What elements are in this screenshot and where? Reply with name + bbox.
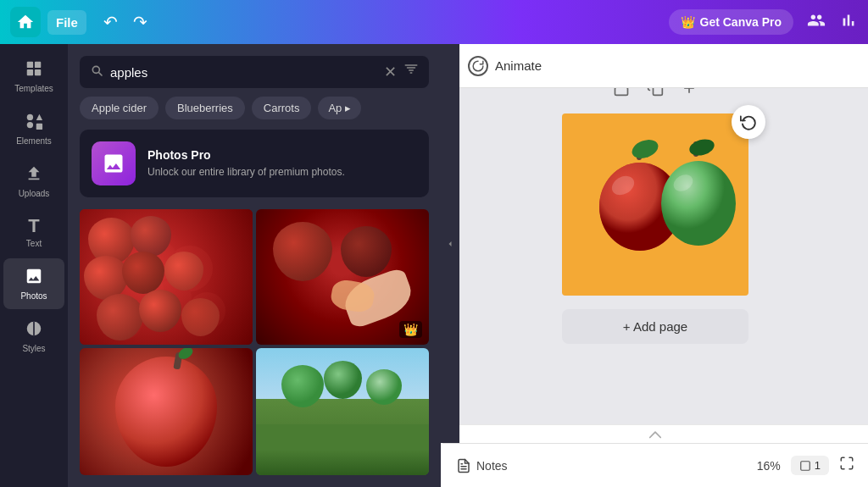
styles-icon: [25, 319, 43, 340]
photos-icon: [25, 267, 43, 288]
tag-carrots[interactable]: Carrots: [252, 97, 312, 119]
photos-pro-title: Photos Pro: [147, 148, 345, 162]
sidebar-item-text-label: Text: [26, 239, 42, 248]
tag-apple-cider[interactable]: Apple cider: [80, 97, 159, 119]
redo-button[interactable]: ↷: [130, 8, 151, 36]
page-indicator: 1: [791, 456, 829, 475]
clear-search-button[interactable]: ✕: [384, 63, 397, 81]
photos-pro-icon: [92, 141, 136, 185]
uploads-icon: [25, 164, 43, 185]
canva-pro-button[interactable]: 👑 Get Canva Pro: [669, 9, 793, 35]
svg-point-20: [661, 161, 736, 246]
analytics-button[interactable]: [839, 11, 858, 34]
svg-rect-0: [27, 62, 33, 68]
svg-point-19: [687, 136, 716, 158]
text-icon: T: [28, 217, 39, 235]
photos-pro-text: Photos Pro Unlock our entire library of …: [147, 148, 345, 180]
elements-icon: [25, 112, 43, 133]
status-bar: Notes 16% 1: [442, 443, 868, 487]
svg-rect-9: [615, 88, 628, 95]
design-card-wrapper: [562, 113, 748, 296]
photos-pro-banner: Photos Pro Unlock our entire library of …: [80, 130, 429, 197]
share-button[interactable]: [807, 11, 826, 34]
search-bar: ✕: [80, 56, 429, 88]
sidebar-item-templates[interactable]: Templates: [3, 51, 64, 102]
search-input[interactable]: [110, 65, 377, 80]
sidebar-item-elements[interactable]: Elements: [3, 103, 64, 154]
design-card[interactable]: [562, 113, 748, 296]
sidebar-item-styles[interactable]: Styles: [3, 311, 64, 362]
header-right-controls: 👑 Get Canva Pro: [669, 9, 858, 35]
svg-rect-3: [35, 69, 41, 75]
svg-rect-2: [27, 69, 33, 75]
photo-thumb-large-apple[interactable]: [80, 348, 253, 475]
animate-label: Animate: [495, 58, 542, 73]
notes-label: Notes: [476, 459, 508, 473]
panel-collapse-arrow[interactable]: [441, 44, 459, 443]
sidebar-item-elements-label: Elements: [16, 136, 52, 146]
sidebar-item-photos[interactable]: Photos: [3, 258, 64, 309]
svg-point-14: [630, 136, 661, 162]
fullscreen-button[interactable]: [839, 456, 854, 475]
zoom-level: 16%: [757, 459, 781, 473]
duplicate-page-button[interactable]: [647, 88, 664, 101]
header: File ↶ ↷ 👑 Get Canva Pro: [0, 0, 868, 44]
left-sidebar: Templates Elements Uploads T Text Photos…: [0, 44, 68, 487]
tag-blueberries[interactable]: Blueberries: [165, 97, 245, 119]
photos-pro-description: Unlock our entire library of premium pho…: [147, 165, 345, 180]
undo-redo-controls: ↶ ↷: [97, 8, 151, 36]
sidebar-item-templates-label: Templates: [14, 84, 53, 93]
svg-point-4: [27, 114, 33, 120]
notes-button[interactable]: Notes: [456, 458, 508, 473]
sidebar-item-styles-label: Styles: [22, 344, 45, 353]
photo-thumb-sliced-apples[interactable]: 👑: [256, 209, 429, 345]
filter-button[interactable]: [403, 63, 419, 81]
home-logo-button[interactable]: [10, 7, 41, 37]
sidebar-item-photos-label: Photos: [20, 291, 47, 301]
svg-rect-10: [654, 88, 663, 95]
svg-rect-1: [35, 62, 41, 68]
canvas-toolbar: Animate: [442, 44, 868, 88]
crown-icon: 👑: [681, 15, 695, 29]
search-panel: ✕ Apple cider Blueberries Carrots Ap ▸ P…: [68, 44, 441, 487]
search-icon: [90, 64, 103, 80]
canvas-workspace[interactable]: + Add page: [442, 88, 868, 443]
scroll-up-indicator: [442, 424, 868, 443]
refresh-button[interactable]: [732, 105, 765, 139]
card-top-icons: [613, 88, 698, 101]
animate-icon: [468, 56, 488, 76]
undo-button[interactable]: ↶: [100, 8, 121, 36]
canvas-area: Animate: [442, 44, 868, 443]
crown-badge: 👑: [399, 321, 422, 338]
sidebar-item-text[interactable]: T Text: [3, 208, 64, 257]
lock-icon-button[interactable]: [613, 88, 630, 101]
templates-icon: [25, 59, 43, 80]
apple-illustration: [570, 122, 740, 287]
tag-more-button[interactable]: Ap ▸: [318, 97, 361, 119]
svg-rect-24: [801, 461, 810, 470]
photo-thumb-green-branch[interactable]: [256, 348, 429, 475]
svg-marker-5: [36, 114, 42, 120]
status-bar-right: 16% 1: [757, 456, 854, 475]
svg-point-7: [27, 122, 33, 128]
file-menu-button[interactable]: File: [47, 10, 86, 35]
canva-pro-label: Get Canva Pro: [700, 15, 782, 29]
photos-grid: 👑: [68, 209, 441, 475]
page-number: 1: [815, 459, 821, 472]
tags-row: Apple cider Blueberries Carrots Ap ▸: [68, 97, 441, 130]
animate-button[interactable]: Animate: [459, 51, 550, 81]
search-bar-wrapper: ✕: [68, 44, 441, 97]
sidebar-item-uploads-label: Uploads: [19, 189, 50, 198]
photo-thumb-red-apples[interactable]: [80, 209, 253, 345]
add-page-icon-button[interactable]: [681, 88, 698, 101]
sidebar-item-uploads[interactable]: Uploads: [3, 156, 64, 207]
svg-rect-6: [36, 124, 42, 130]
add-page-button[interactable]: + Add page: [562, 309, 748, 344]
